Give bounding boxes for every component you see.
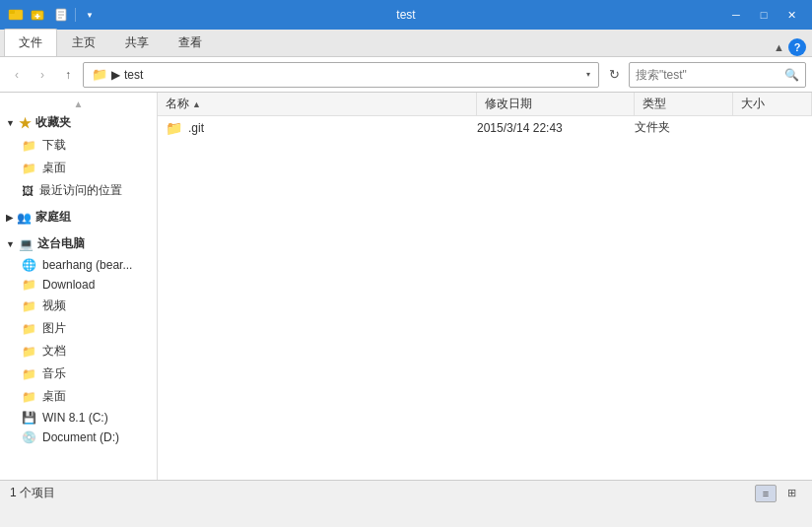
sidebar-item-downloads[interactable]: 📁 下载 xyxy=(0,134,157,157)
music-label: 音乐 xyxy=(42,365,66,382)
scroll-indicator-top: ▲ xyxy=(0,97,157,111)
desktop-folder-icon: 📁 xyxy=(22,162,36,175)
file-cell-type: 文件夹 xyxy=(631,119,729,136)
main-container: ▲ ▼ ★ 收藏夹 📁 下载 📁 桌面 🖼 最近访问的位置 xyxy=(0,93,812,480)
sidebar-item-document-d[interactable]: 💿 Document (D:) xyxy=(0,428,157,447)
ribbon-expand-icon[interactable]: ▲ xyxy=(774,41,784,53)
sidebar-homegroup-header[interactable]: ▶ 👥 家庭组 xyxy=(0,206,157,229)
col-name-label: 名称 xyxy=(166,96,189,112)
tab-file[interactable]: 文件 xyxy=(4,29,57,56)
desktop2-label: 桌面 xyxy=(42,388,66,405)
view-details-button[interactable]: ≡ xyxy=(755,485,777,502)
download-label: Download xyxy=(42,278,95,292)
forward-button[interactable]: › xyxy=(32,64,53,86)
qa-new-folder[interactable] xyxy=(28,6,47,24)
bearhang-icon: 🌐 xyxy=(22,258,36,272)
qa-dropdown[interactable]: ▼ xyxy=(80,6,100,24)
win81-label: WIN 8.1 (C:) xyxy=(42,411,108,425)
tab-home[interactable]: 主页 xyxy=(57,29,110,56)
search-input[interactable] xyxy=(636,68,780,82)
path-folder-icon: 📁 xyxy=(92,67,107,82)
qa-properties[interactable] xyxy=(51,6,71,24)
videos-label: 视频 xyxy=(42,297,66,314)
tab-share[interactable]: 共享 xyxy=(110,29,164,56)
file-cell-name: 📁 .git xyxy=(162,120,473,136)
close-button[interactable]: ✕ xyxy=(778,5,804,25)
download-folder-icon: 📁 xyxy=(22,278,36,292)
document-d-icon: 💿 xyxy=(22,430,36,444)
help-icon[interactable]: ? xyxy=(788,38,806,56)
this-pc-arrow-icon: ▼ xyxy=(6,239,15,249)
tab-view[interactable]: 查看 xyxy=(164,29,217,56)
qa-separator xyxy=(75,8,76,22)
column-headers: 名称 ▲ 修改日期 类型 大小 xyxy=(158,93,812,116)
favorites-star-icon: ★ xyxy=(19,115,32,131)
pictures-icon: 📁 xyxy=(22,322,36,336)
title-bar: ▼ test ─ □ ✕ xyxy=(0,0,812,30)
sidebar-item-desktop[interactable]: 📁 桌面 xyxy=(0,157,157,179)
sidebar-item-documents[interactable]: 📁 文档 xyxy=(0,340,157,362)
col-date-label: 修改日期 xyxy=(485,96,532,112)
favorites-label: 收藏夹 xyxy=(35,114,71,131)
file-cell-date: 2015/3/14 22:43 xyxy=(473,121,631,135)
sidebar-item-music[interactable]: 📁 音乐 xyxy=(0,362,157,385)
documents-label: 文档 xyxy=(42,343,66,360)
ribbon-right: ▲ ? xyxy=(774,38,812,56)
minimize-button[interactable]: ─ xyxy=(723,5,749,25)
sidebar-favorites-section: ▼ ★ 收藏夹 📁 下载 📁 桌面 🖼 最近访问的位置 xyxy=(0,111,157,202)
recent-icon: 🖼 xyxy=(22,184,34,198)
sidebar-item-download[interactable]: 📁 Download xyxy=(0,275,157,295)
col-type-label: 类型 xyxy=(643,96,666,112)
window-title: test xyxy=(396,8,415,22)
this-pc-label: 这台电脑 xyxy=(37,235,85,252)
col-header-size[interactable]: 大小 xyxy=(733,93,812,115)
pictures-label: 图片 xyxy=(42,320,66,337)
col-header-type[interactable]: 类型 xyxy=(635,93,733,115)
col-header-name[interactable]: 名称 ▲ xyxy=(158,93,477,115)
videos-icon: 📁 xyxy=(22,299,36,313)
col-name-sort: ▲ xyxy=(192,99,201,109)
sidebar-item-recent[interactable]: 🖼 最近访问的位置 xyxy=(0,179,157,202)
sidebar-item-bearhang[interactable]: 🌐 bearhang (bear... xyxy=(0,255,157,275)
desktop2-icon: 📁 xyxy=(22,390,36,404)
path-text: ▶ xyxy=(111,68,120,82)
back-button[interactable]: ‹ xyxy=(6,64,28,86)
address-path[interactable]: 📁 ▶ test ▾ xyxy=(83,62,599,88)
title-bar-left: ▼ xyxy=(8,6,100,24)
col-size-label: 大小 xyxy=(741,96,765,112)
maximize-button[interactable]: □ xyxy=(751,5,777,25)
sidebar-favorites-header[interactable]: ▼ ★ 收藏夹 xyxy=(0,111,157,134)
sidebar-item-win81[interactable]: 💾 WIN 8.1 (C:) xyxy=(0,408,157,428)
sidebar-item-videos[interactable]: 📁 视频 xyxy=(0,295,157,317)
sidebar-item-pictures[interactable]: 📁 图片 xyxy=(0,317,157,340)
status-bar: 1 个项目 ≡ ⊞ xyxy=(0,480,812,505)
sidebar-this-pc-header[interactable]: ▼ 💻 这台电脑 xyxy=(0,232,157,255)
sidebar-item-desktop2[interactable]: 📁 桌面 xyxy=(0,385,157,408)
win81-icon: 💾 xyxy=(22,411,36,425)
path-dropdown-icon[interactable]: ▾ xyxy=(586,70,590,79)
downloads-folder-icon: 📁 xyxy=(22,139,36,153)
address-bar: ‹ › ↑ 📁 ▶ test ▾ ↻ 🔍 xyxy=(0,57,812,93)
sidebar: ▲ ▼ ★ 收藏夹 📁 下载 📁 桌面 🖼 最近访问的位置 xyxy=(0,93,158,480)
col-header-date[interactable]: 修改日期 xyxy=(477,93,635,115)
desktop-label: 桌面 xyxy=(42,160,66,176)
window-controls: ─ □ ✕ xyxy=(723,5,804,25)
refresh-button[interactable]: ↻ xyxy=(603,64,625,86)
status-bar-right: ≡ ⊞ xyxy=(755,485,802,502)
item-count: 1 个项目 xyxy=(10,485,55,501)
table-row[interactable]: 📁 .git 2015/3/14 22:43 文件夹 xyxy=(158,116,812,140)
sidebar-homegroup-section: ▶ 👥 家庭组 xyxy=(0,206,157,229)
content-area: 名称 ▲ 修改日期 类型 大小 📁 .git 2015/3/14 22:43 文… xyxy=(158,93,812,480)
up-button[interactable]: ↑ xyxy=(57,64,79,86)
search-box[interactable]: 🔍 xyxy=(629,62,806,88)
app-icon xyxy=(8,7,24,23)
homegroup-arrow-icon: ▶ xyxy=(6,213,13,223)
document-d-label: Document (D:) xyxy=(42,430,119,444)
this-pc-icon: 💻 xyxy=(19,237,34,251)
ribbon-tabs: 文件 主页 共享 查看 ▲ ? xyxy=(0,30,812,57)
view-large-icons-button[interactable]: ⊞ xyxy=(780,485,802,502)
svg-rect-1 xyxy=(9,10,15,14)
bearhang-label: bearhang (bear... xyxy=(42,258,132,272)
file-name: .git xyxy=(188,121,204,135)
homegroup-label: 家庭组 xyxy=(35,209,71,226)
